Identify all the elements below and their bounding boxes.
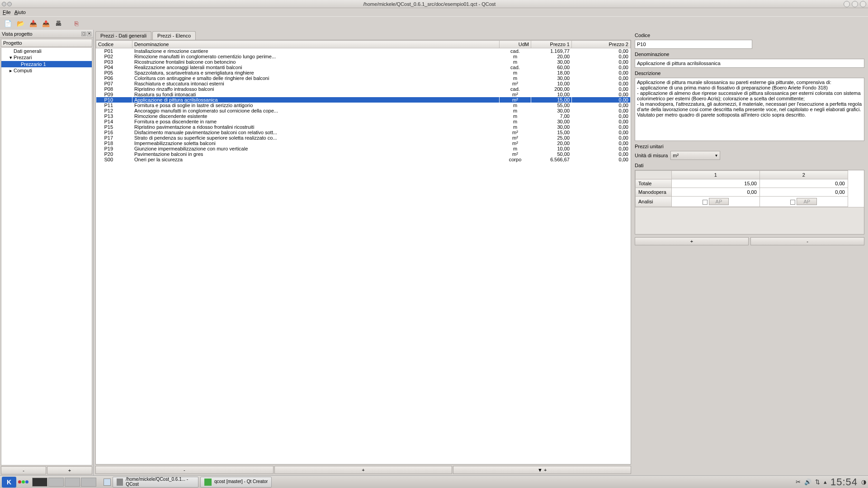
table-row[interactable]: P04Realizzazione ancoraggi laterali mont… <box>96 65 631 70</box>
minimize-button[interactable] <box>844 1 850 7</box>
menubar: File Aiuto <box>0 8 868 16</box>
checkbox-icon[interactable] <box>703 200 708 205</box>
print-icon[interactable]: 🖶 <box>53 19 63 28</box>
table-row[interactable]: P09Rasatura su fondi intonacatim²10,000,… <box>96 92 631 97</box>
input-denom[interactable]: Applicazione di pittura acrilsilossanica <box>635 59 864 68</box>
tree-item[interactable]: ▾Prezzari <box>1 54 92 61</box>
exit-icon[interactable]: ⎘ <box>71 19 81 28</box>
table-row[interactable]: P03Ricostruzione frontalini balcone con … <box>96 59 631 65</box>
row-add-button[interactable]: + <box>274 466 453 474</box>
table-row[interactable]: P05Spazzolatura, scartavetratura e smeri… <box>96 70 631 75</box>
row-add-below-button[interactable]: ▼ + <box>453 466 631 474</box>
col-p2[interactable]: Prezzo 2 <box>572 41 631 48</box>
ap-button-2[interactable]: AP <box>797 198 817 205</box>
tab-list[interactable]: Prezzi - Elenco <box>152 31 196 40</box>
show-desktop-icon[interactable] <box>104 479 111 486</box>
col-p1[interactable]: Prezzo 1 <box>531 41 572 48</box>
analisi-1[interactable]: AP <box>672 197 760 207</box>
main-area: Vista progetto ◻ ✕ Progetto Dati general… <box>0 30 868 475</box>
col-name[interactable]: Denominazione <box>132 41 500 48</box>
tree-header[interactable]: Progetto <box>1 39 92 47</box>
data-remove-button[interactable]: - <box>750 237 864 245</box>
table-row[interactable]: P02Rimozione manufatti in conglomerato c… <box>96 54 631 59</box>
totale-2[interactable]: 0,00 <box>760 179 848 188</box>
tree-item[interactable]: Prezzario 1 <box>1 61 92 67</box>
data-add-button[interactable]: + <box>635 237 749 245</box>
project-tree[interactable]: Dati generali▾PrezzariPrezzario 1▸Comput… <box>1 48 92 465</box>
clipboard-icon[interactable]: ✂ <box>796 479 801 485</box>
task-qtcreator[interactable]: qcost [master] - Qt Creator <box>200 477 272 488</box>
tree-item[interactable]: Dati generali <box>1 48 92 54</box>
open-file-icon[interactable]: 📂 <box>15 19 25 28</box>
table-row[interactable]: P07Raschiatura e stuccatura intonaci est… <box>96 81 631 86</box>
notifications-icon[interactable]: ◑ <box>861 479 866 485</box>
col-udm[interactable]: UdM <box>500 41 531 48</box>
window-controls-right <box>844 1 866 7</box>
kde-start-button[interactable]: K <box>2 477 16 488</box>
input-codice[interactable]: P10 <box>635 40 752 49</box>
manodopera-2[interactable]: 0,00 <box>760 188 848 197</box>
table-row[interactable]: P19Giunzione impermeabilizzazione con mu… <box>96 146 631 151</box>
task-qcost[interactable]: /home/mickele/QCost_0.6.1... - QCost <box>113 477 198 488</box>
menu-file[interactable]: File <box>3 9 11 15</box>
table-row[interactable]: P13Rimozione discendente esistentem7,000… <box>96 113 631 119</box>
tree-add-button[interactable]: + <box>47 466 92 474</box>
table-row[interactable]: P11Fornitura e posa di soglie in lastre … <box>96 103 631 108</box>
ap-button-1[interactable]: AP <box>709 198 729 205</box>
network-icon[interactable]: ⇅ <box>815 479 820 485</box>
price-table-wrap: Codice Denominazione UdM Prezzo 1 Prezzo… <box>95 40 631 465</box>
textarea-descr[interactable]: Applicazione di pittura murale silossani… <box>635 78 864 141</box>
data-table-wrap: 1 2 Totale 15,00 0,00 Manodopera 0,00 0,… <box>635 170 864 235</box>
table-row[interactable]: P17Strato di pendenza su superficie supe… <box>96 135 631 141</box>
label-codice: Codice <box>635 33 864 38</box>
window-title: /home/mickele/QCost_0.6.1_src/doc/esempi… <box>15 1 844 7</box>
project-panel-title-text: Vista progetto <box>2 31 33 37</box>
label-denom: Denominazione <box>635 52 864 57</box>
table-row[interactable]: P08Ripristino rinzaffo intradosso balcon… <box>96 86 631 92</box>
combo-udm[interactable]: m² ▼ <box>670 151 720 160</box>
volume-icon[interactable]: 🔊 <box>804 479 811 485</box>
analisi-2[interactable]: AP <box>760 197 848 207</box>
undock-icon[interactable]: ◻ <box>81 32 86 36</box>
tree-item[interactable]: ▸Computi <box>1 67 92 74</box>
data-col-2[interactable]: 2 <box>760 171 848 179</box>
label-udm: Unità di misura <box>635 153 668 158</box>
save-icon[interactable]: 📥 <box>28 19 38 28</box>
tray-expand-icon[interactable]: ▴ <box>824 479 827 485</box>
new-file-icon[interactable]: 📄 <box>3 19 13 28</box>
activity-switcher[interactable] <box>18 480 28 483</box>
clock[interactable]: 15:54 <box>830 476 858 488</box>
table-row[interactable]: P16Disfacimento manuale pavimentazione b… <box>96 130 631 135</box>
close-panel-icon[interactable]: ✕ <box>87 32 91 36</box>
checkbox-icon[interactable] <box>790 200 795 205</box>
table-row[interactable]: P01Installazione e rimozione cantierecad… <box>96 48 631 54</box>
desktop-pager[interactable] <box>32 478 96 487</box>
save-as-icon[interactable]: 📤 <box>41 19 51 28</box>
combo-udm-value: m² <box>673 153 679 158</box>
table-row[interactable]: P12Ancoraggio manufatti in conglomerato … <box>96 108 631 113</box>
table-row[interactable]: P14Fornitura e posa discendente in ramem… <box>96 119 631 124</box>
maximize-button[interactable] <box>852 1 858 7</box>
totale-1[interactable]: 15,00 <box>672 179 760 188</box>
table-row[interactable]: P10Applicazione di pittura acrilsilossan… <box>96 97 631 103</box>
manodopera-1[interactable]: 0,00 <box>672 188 760 197</box>
table-row[interactable]: P15Ripristino pavimentazione a ridosso f… <box>96 124 631 130</box>
price-table[interactable]: Codice Denominazione UdM Prezzo 1 Prezzo… <box>96 40 631 162</box>
close-button[interactable] <box>860 1 866 7</box>
table-row[interactable]: S00Oneri per la sicurezzacorpo6.566,670,… <box>96 157 631 162</box>
tree-remove-button[interactable]: - <box>1 466 46 474</box>
data-table[interactable]: 1 2 Totale 15,00 0,00 Manodopera 0,00 0,… <box>635 170 864 207</box>
data-col-1[interactable]: 1 <box>672 171 760 179</box>
tab-general[interactable]: Prezzi - Dati generali <box>95 31 151 40</box>
task-label: /home/mickele/QCost_0.6.1... - QCost <box>126 477 194 487</box>
row-remove-button[interactable]: - <box>95 466 274 474</box>
menu-help[interactable]: Aiuto <box>14 9 26 15</box>
table-row[interactable]: P18Impermeabilizzazione soletta balconim… <box>96 141 631 146</box>
table-row[interactable]: P20Pavimentazione balconi in gresm²50,00… <box>96 151 631 157</box>
pin-icon[interactable] <box>7 2 12 6</box>
app-menu-icon[interactable] <box>2 2 6 6</box>
window-controls-left <box>2 2 12 6</box>
col-code[interactable]: Codice <box>96 41 132 48</box>
detail-panel: Codice P10 Denominazione Applicazione di… <box>633 30 868 475</box>
table-row[interactable]: P06Coloritura con antiruggine e smalto d… <box>96 75 631 81</box>
